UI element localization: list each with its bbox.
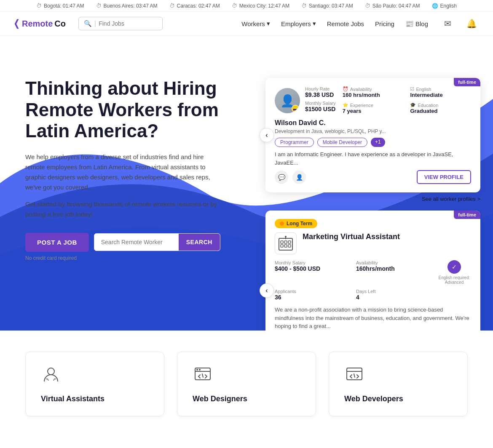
search-icon: 🔍 (84, 20, 92, 27)
english-icon: ☑ (410, 86, 414, 92)
nav-pricing[interactable]: Pricing (371, 18, 399, 30)
find-jobs-search[interactable]: 🔍 | (78, 17, 163, 30)
timezone-mexico: ⏱ Mexico City: 12:47 AM (232, 3, 289, 9)
monthly-salary-value: $1500 USD (305, 106, 336, 112)
language-selector[interactable]: 🌐 English (432, 3, 457, 9)
nav-links: Workers ▾ Employers ▾ Remote Jobs Pricin… (237, 17, 432, 30)
svg-point-12 (196, 369, 198, 371)
job-days-left-item: Days Left 4 (356, 289, 431, 301)
experience-icon: ⭐ (343, 102, 348, 108)
english-label: English (416, 87, 431, 92)
badge-dot-icon (280, 221, 284, 226)
blog-icon: 📰 (405, 20, 414, 28)
workers-link[interactable]: Workers ▾ (237, 17, 274, 30)
categories-section: Virtual Assistants Web Designers (0, 331, 493, 437)
job-carousel-prev[interactable]: ‹ (260, 283, 274, 298)
pricing-label: Pricing (375, 20, 394, 27)
clock-icon-bogota: ⏱ (36, 3, 42, 9)
svg-rect-3 (288, 241, 291, 243)
category-virtual-assistants[interactable]: Virtual Assistants (25, 352, 164, 416)
clock-icon-sp: ⏱ (365, 3, 370, 9)
caracas-label: Caracas: 02:47 AM (177, 3, 220, 9)
category-web-designers[interactable]: Web Designers (177, 352, 316, 416)
availability-icon: ⏰ (343, 86, 348, 92)
nav-blog[interactable]: 📰 Blog (401, 17, 432, 30)
search-divider: | (94, 20, 96, 27)
svg-rect-5 (284, 245, 287, 247)
worker-skills: Programmer Mobile Developer +1 (275, 138, 471, 147)
hero-desc-1: We help employers from a diverse set of … (25, 152, 223, 192)
search-worker-input[interactable] (94, 234, 179, 251)
worker-carousel-prev[interactable]: ‹ (260, 128, 274, 142)
timezone-santiago: ⏱ Santiago: 03:47 AM (301, 3, 353, 9)
timezone-bar: ⏱ Bogotá: 01:47 AM ⏱ Buenos Aires: 03:47… (0, 0, 493, 12)
worker-rates: Hourly Rate $9.38 USD Monthly Salary $15… (305, 86, 336, 115)
virtual-assistants-label: Virtual Assistants (41, 395, 104, 403)
svg-rect-0 (279, 238, 292, 250)
logo[interactable]: ❬ RemoteCo (13, 18, 66, 29)
svg-point-13 (199, 369, 201, 371)
monthly-salary-item: Monthly Salary $1500 USD (305, 101, 336, 112)
nav-remote-jobs[interactable]: Remote Jobs (323, 18, 368, 30)
category-web-developers[interactable]: Web Developers (329, 352, 468, 416)
job-title: Marketing Virtual Assistant (303, 232, 400, 241)
post-job-button[interactable]: POST A JOB (25, 233, 89, 252)
experience-label: Experience (350, 103, 373, 108)
logo-co-text: Co (54, 19, 66, 29)
english-req-label: English required: Advanced (437, 275, 471, 285)
see-all-workers-link[interactable]: See all worker profiles > (422, 196, 480, 202)
clock-icon-ba: ⏱ (96, 3, 102, 9)
see-all-workers[interactable]: See all worker profiles > (265, 192, 493, 205)
nav-workers[interactable]: Workers ▾ (237, 17, 274, 30)
job-card-wrapper: ‹ full-time Long Term (265, 211, 493, 331)
job-title-area: Marketing Virtual Assistant (303, 232, 400, 241)
sao-paulo-label: São Paulo: 04:47 AM (372, 3, 420, 9)
worker-profile-button[interactable]: 👤 (292, 171, 306, 184)
svg-rect-4 (281, 245, 283, 247)
view-profile-button[interactable]: VIEW PROFILE (417, 170, 471, 184)
cards-area: ‹ full-time 👤 🇨🇴 Hourly R (265, 78, 493, 331)
job-full-time-badge: full-time (454, 211, 480, 219)
notification-button[interactable]: 🔔 (463, 17, 480, 30)
hero-section: Thinking about Hiring Remote Workers fro… (0, 36, 493, 331)
mexico-label: Mexico City: 12:47 AM (239, 3, 289, 9)
experience-label-row: ⭐ Experience (343, 102, 404, 108)
job-details-grid: Monthly Salary $400 - $500 USD Availabil… (275, 260, 471, 301)
mail-button[interactable]: ✉ (441, 17, 455, 30)
worker-message-button[interactable]: 💬 (275, 171, 288, 184)
find-jobs-input[interactable] (99, 20, 153, 27)
skill-programmer: Programmer (275, 138, 314, 147)
svg-rect-6 (288, 245, 291, 247)
pricing-link[interactable]: Pricing (371, 18, 399, 30)
experience-item: ⭐ Experience 7 years (343, 102, 404, 115)
employers-chevron: ▾ (313, 20, 316, 27)
company-logo (275, 232, 297, 254)
job-card-header: Marketing Virtual Assistant (275, 232, 471, 254)
buenos-aires-label: Buenos Aires: 03:47 AM (104, 3, 158, 9)
skill-mobile-dev: Mobile Developer (317, 138, 367, 147)
job-availability-label: Availability (356, 260, 431, 265)
long-term-label: Long Term (287, 221, 312, 227)
nav-employers[interactable]: Employers ▾ (277, 17, 320, 30)
timezone-buenos-aires: ⏱ Buenos Aires: 03:47 AM (96, 3, 158, 9)
blog-link[interactable]: 📰 Blog (401, 17, 432, 30)
education-value: Graduated (410, 108, 471, 114)
worker-info-right: ⏰ Availability 160 hrs/month ☑ English I… (343, 86, 471, 115)
logo-remote-text: Remote (22, 19, 53, 29)
job-applicants-label: Applicants (275, 289, 349, 294)
monthly-salary-label: Monthly Salary (305, 101, 336, 106)
availability-label: Availability (350, 87, 372, 92)
job-description: We are a non-profit association with a m… (275, 306, 471, 331)
worker-card-wrapper: ‹ full-time 👤 🇨🇴 Hourly R (265, 78, 493, 192)
availability-item: ⏰ Availability 160 hrs/month (343, 86, 404, 99)
language-label: English (440, 3, 457, 9)
experience-value: 7 years (343, 108, 404, 114)
worker-name: Wilson David C. (275, 119, 326, 126)
job-applicants-value: 36 (275, 294, 349, 301)
employers-link[interactable]: Employers ▾ (277, 17, 320, 30)
santiago-label: Santiago: 03:47 AM (309, 3, 353, 9)
svg-point-9 (48, 368, 54, 375)
search-button[interactable]: SEARCH (179, 234, 220, 251)
remote-jobs-link[interactable]: Remote Jobs (323, 18, 368, 30)
education-item: 🎓 Education Graduated (410, 102, 471, 115)
